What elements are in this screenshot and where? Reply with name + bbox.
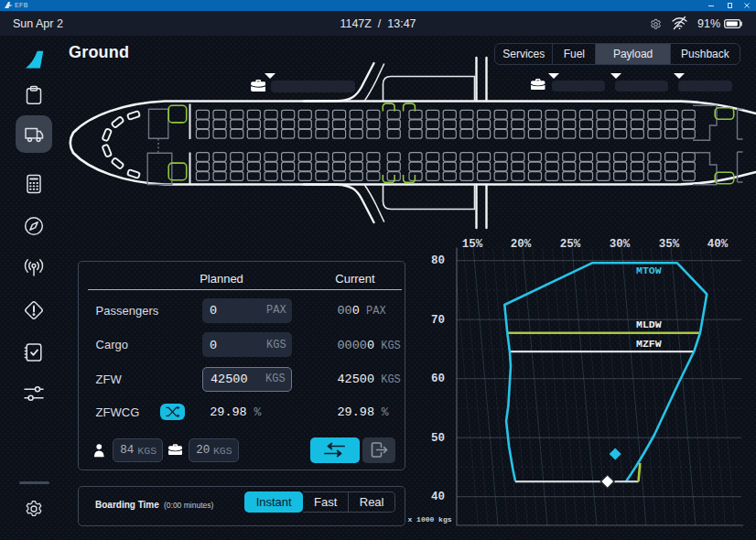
svg-text:70: 70	[431, 314, 445, 327]
svg-text:60: 60	[431, 373, 445, 385]
svg-text:MLDW: MLDW	[636, 319, 662, 330]
svg-text:30%: 30%	[610, 238, 631, 251]
svg-text:25%: 25%	[560, 238, 581, 251]
svg-text:x 1000 kgs: x 1000 kgs	[408, 515, 452, 524]
svg-text:80: 80	[431, 254, 445, 267]
svg-text:40: 40	[431, 491, 445, 503]
svg-text:15%: 15%	[462, 238, 483, 251]
svg-text:MTOW: MTOW	[636, 265, 662, 276]
svg-text:MZFW: MZFW	[636, 338, 662, 350]
svg-text:20%: 20%	[511, 238, 532, 251]
svg-text:40%: 40%	[707, 238, 729, 251]
svg-text:35%: 35%	[659, 238, 680, 251]
svg-text:50: 50	[431, 432, 445, 445]
